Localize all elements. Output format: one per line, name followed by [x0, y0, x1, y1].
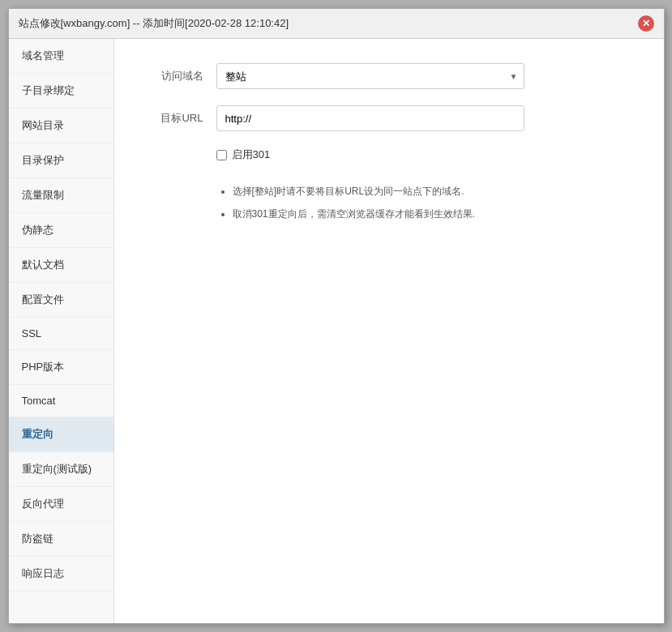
domain-select[interactable]: 整站 [216, 63, 524, 89]
domain-row: 访问域名 整站 ▼ [139, 63, 640, 89]
sidebar-item-hotlink[interactable]: 防盗链 [9, 522, 113, 557]
sidebar-item-ssl[interactable]: SSL [9, 318, 113, 350]
sidebar-item-pseudo[interactable]: 伪静态 [9, 213, 113, 248]
close-icon: ✕ [642, 18, 650, 29]
sidebar-item-access-log[interactable]: 响应日志 [9, 557, 113, 591]
domain-select-wrapper: 整站 ▼ [216, 63, 524, 89]
title-bar: 站点修改[wxbangy.com] -- 添加时间[2020-02-28 12:… [9, 9, 664, 39]
url-row: 目标URL [139, 105, 640, 131]
dialog-body: 域名管理子目录绑定网站目录目录保护流量限制伪静态默认文档配置文件SSLPHP版本… [9, 39, 664, 623]
sidebar-item-dirprotect[interactable]: 目录保护 [9, 143, 113, 178]
sidebar-item-default-doc[interactable]: 默认文档 [9, 248, 113, 283]
sidebar-item-redirect[interactable]: 重定向 [9, 417, 113, 452]
checkbox-row: 启用301 [216, 147, 640, 162]
sidebar-item-reverse-proxy[interactable]: 反向代理 [9, 487, 113, 522]
sidebar-item-config[interactable]: 配置文件 [9, 283, 113, 318]
url-label: 目标URL [139, 111, 203, 126]
domain-label: 访问域名 [139, 69, 203, 83]
sidebar-item-traffic[interactable]: 流量限制 [9, 178, 113, 213]
dialog: 站点修改[wxbangy.com] -- 添加时间[2020-02-28 12:… [8, 8, 665, 624]
sidebar-item-redirect-beta[interactable]: 重定向(测试版) [9, 452, 113, 487]
close-button[interactable]: ✕ [638, 15, 654, 32]
sidebar-item-tomcat[interactable]: Tomcat [9, 385, 113, 417]
sidebar-item-webroot[interactable]: 网站目录 [9, 109, 113, 143]
content-area: 访问域名 整站 ▼ 目标URL 启用301 选择[整站]时请不要将目标URL设为… [114, 39, 664, 623]
note-item: 取消301重定向后，需清空浏览器缓存才能看到生效结果. [233, 204, 640, 224]
enable-301-checkbox[interactable] [216, 150, 227, 160]
sidebar: 域名管理子目录绑定网站目录目录保护流量限制伪静态默认文档配置文件SSLPHP版本… [9, 39, 114, 623]
notes-section: 选择[整站]时请不要将目标URL设为同一站点下的域名.取消301重定向后，需清空… [216, 181, 640, 224]
url-input[interactable] [216, 105, 524, 131]
sidebar-item-domain[interactable]: 域名管理 [9, 39, 113, 74]
note-item: 选择[整站]时请不要将目标URL设为同一站点下的域名. [233, 181, 640, 201]
sidebar-item-subdir[interactable]: 子目录绑定 [9, 74, 113, 109]
enable-301-label[interactable]: 启用301 [232, 147, 271, 162]
sidebar-item-php[interactable]: PHP版本 [9, 350, 113, 385]
dialog-title: 站点修改[wxbangy.com] -- 添加时间[2020-02-28 12:… [19, 16, 289, 31]
